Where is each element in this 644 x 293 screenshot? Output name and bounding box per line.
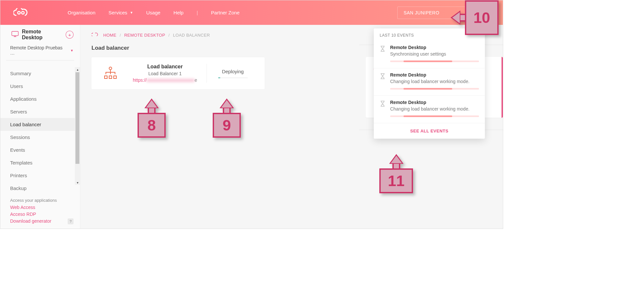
sidebar-menu: SummaryUsersApplicationsServersLoad bala…	[0, 67, 80, 195]
divider	[6, 60, 74, 60]
sidebar-item-load-balancer[interactable]: Load balancer	[0, 118, 80, 131]
sidebar-item-sessions[interactable]: Sessions	[0, 131, 80, 144]
nav-services[interactable]: Services ▼	[108, 10, 133, 15]
events-popover: LAST 10 EVENTS Remote DesktopSynchronisi…	[374, 28, 485, 139]
sidebar-title: Remote Desktop	[22, 29, 62, 41]
remote-desktop-icon	[11, 31, 19, 38]
event-desc: Changing load balancer working mode.	[390, 106, 479, 112]
sidebar-item-applications[interactable]: Applications	[0, 93, 80, 105]
event-desc: Changing load balancer working mode.	[390, 79, 479, 84]
svg-rect-2	[12, 31, 18, 36]
nav-organisation[interactable]: Organisation	[68, 10, 95, 15]
breadcrumb-current: LOAD BALANCER	[173, 33, 210, 38]
scroll-up-icon[interactable]: ▴	[75, 67, 79, 72]
callout-8: 8	[138, 98, 166, 138]
event-title: Remote Desktop	[390, 45, 479, 50]
link-web-access[interactable]: Web Access	[10, 204, 74, 211]
sidebar-item-events[interactable]: Events	[0, 144, 80, 156]
help-icon[interactable]: ?	[68, 218, 74, 224]
sidebar-item-users[interactable]: Users	[0, 80, 80, 93]
add-button[interactable]: +	[66, 31, 74, 39]
nav-separator: |	[197, 10, 198, 15]
chevron-down-icon: ▼	[130, 11, 133, 14]
event-desc: Synchronising user settings	[390, 51, 479, 57]
scrollbar[interactable]: ▴ ▾	[75, 67, 80, 185]
scrollbar-thumb[interactable]	[75, 72, 79, 164]
hourglass-icon	[380, 100, 386, 117]
topbar: Organisation Services ▼ Usage Help | Par…	[0, 0, 503, 25]
top-nav: Organisation Services ▼ Usage Help | Par…	[68, 10, 239, 15]
nav-partner-zone[interactable]: Partner Zone	[211, 10, 240, 15]
event-item[interactable]: Remote DesktopSynchronising user setting…	[374, 41, 485, 68]
lb-title: Load balancer	[147, 64, 183, 70]
organisation-selector-value: SAN JUNIPERO	[404, 10, 439, 15]
svg-rect-4	[105, 76, 107, 78]
sidebar-item-servers[interactable]: Servers	[0, 105, 80, 118]
lb-name: Load Balancer 1	[148, 71, 182, 76]
svg-point-1	[22, 11, 24, 14]
callout-8-number: 8	[138, 113, 166, 138]
event-item[interactable]: Remote DesktopChanging load balancer wor…	[374, 68, 485, 95]
svg-point-3	[109, 67, 112, 70]
progress-bar	[218, 78, 248, 78]
callout-10: 10	[451, 0, 499, 35]
load-balancer-icon	[97, 64, 124, 83]
nav-usage[interactable]: Usage	[146, 10, 160, 15]
svg-point-0	[18, 11, 20, 14]
sidebar-header: Remote Desktop +	[0, 27, 80, 45]
event-item[interactable]: Remote DesktopChanging load balancer wor…	[374, 95, 485, 123]
see-all-events-link[interactable]: SEE ALL EVENTS	[374, 123, 485, 139]
chevron-down-icon: ▼	[70, 49, 74, 52]
callout-11: 11	[379, 154, 413, 193]
lb-url[interactable]: https://xxxxxxxxxxxxxxxxxxxxxe	[133, 78, 197, 83]
event-title: Remote Desktop	[390, 100, 479, 105]
svg-rect-6	[114, 76, 116, 78]
hourglass-icon	[380, 45, 386, 62]
link-download-generator[interactable]: Download generator	[10, 218, 51, 225]
callout-9-number: 9	[213, 113, 241, 138]
svg-rect-5	[109, 76, 112, 78]
sidebar-item-summary[interactable]: Summary	[0, 67, 80, 80]
callout-9: 9	[213, 98, 241, 138]
sidebar-footer: Access your applications Web Access Acce…	[0, 196, 80, 229]
sidebar-item-printers[interactable]: Printers	[0, 169, 80, 182]
logo	[13, 8, 28, 17]
breadcrumb-parent[interactable]: REMOTE DESKTOP	[124, 33, 165, 38]
link-acceso-rdp[interactable]: Acceso RDP	[10, 211, 74, 218]
sidebar-item-templates[interactable]: Templates	[0, 156, 80, 169]
breadcrumb-home[interactable]: HOME	[103, 33, 116, 38]
event-progress	[390, 88, 479, 90]
nav-help[interactable]: Help	[173, 10, 184, 15]
load-balancer-card[interactable]: Load balancer Load Balancer 1 https://xx…	[91, 57, 265, 89]
nav-services-label: Services	[108, 10, 127, 15]
event-title: Remote Desktop	[390, 72, 479, 78]
scroll-down-icon[interactable]: ▾	[75, 180, 79, 185]
sidebar-item-backup[interactable]: Backup	[0, 182, 80, 195]
sidebar: Remote Desktop + Remote Desktop Pruebas …	[0, 25, 80, 229]
callout-10-number: 10	[465, 0, 499, 35]
lb-status: Deploying	[222, 69, 244, 74]
breadcrumb-home-icon	[91, 33, 100, 38]
sidebar-subselector-label: Remote Desktop Pruebas …	[10, 45, 68, 56]
callout-11-number: 11	[379, 168, 413, 193]
event-progress	[390, 115, 479, 117]
access-apps-header: Access your applications	[10, 198, 74, 203]
event-progress	[390, 60, 479, 62]
hourglass-icon	[380, 73, 386, 90]
sidebar-subselector[interactable]: Remote Desktop Pruebas … ▼	[0, 45, 80, 60]
